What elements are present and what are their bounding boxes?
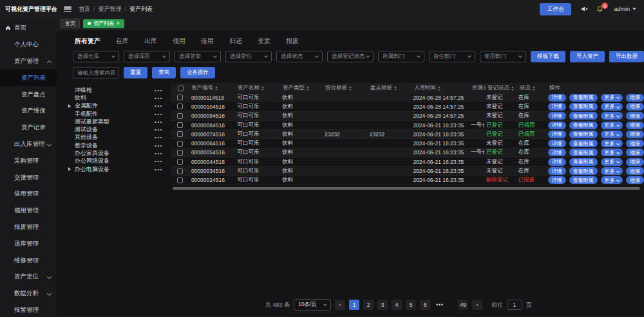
more-button[interactable]: 更多 [601, 103, 623, 111]
maintenance-button[interactable]: 维保 [626, 122, 644, 129]
maintenance-button[interactable]: 维保 [626, 167, 644, 175]
more-menu-icon[interactable]: ••• [155, 143, 163, 149]
mute-speaker-icon[interactable] [580, 5, 589, 13]
view-attachment-button[interactable]: 查看附属 [569, 94, 598, 102]
sort-icon[interactable] [438, 86, 440, 91]
detail-button[interactable]: 详情 [548, 103, 566, 111]
col-status[interactable]: 状态 [518, 84, 547, 92]
maintenance-button[interactable]: 维保 [626, 94, 644, 102]
detail-button[interactable]: 详情 [548, 94, 566, 102]
goto-page-input[interactable] [507, 300, 522, 310]
view-attachment-button[interactable]: 查看附属 [569, 176, 598, 184]
filter-select[interactable]: 选择货位 [225, 51, 272, 62]
more-menu-icon[interactable]: ••• [155, 150, 163, 156]
page-size-select[interactable]: 10条/页 [294, 299, 331, 311]
more-menu-icon[interactable]: ••• [155, 127, 163, 132]
more-menu-icon[interactable]: ••• [155, 167, 163, 172]
asset-tab[interactable]: 借用 [201, 37, 214, 46]
row-checkbox[interactable] [177, 141, 183, 147]
filter-select[interactable]: 选择仓库 [73, 51, 119, 62]
sidebar-item[interactable]: 资产管理 [0, 53, 57, 70]
notification-bell-icon[interactable]: 0 [596, 5, 603, 13]
expand-arrow-icon[interactable] [68, 167, 71, 171]
view-attachment-button[interactable]: 查看附属 [569, 167, 598, 175]
view-attachment-button[interactable]: 查看附属 [569, 140, 598, 147]
col-belong-warehouse[interactable]: 所属仓库 [470, 84, 486, 92]
tree-item[interactable]: 教学设备 ••• [63, 141, 171, 149]
sort-icon[interactable] [349, 86, 352, 91]
tree-item[interactable]: 测试最新类型 ••• [63, 118, 171, 125]
page-button[interactable]: 2 [363, 300, 374, 310]
col-inbound-time[interactable]: 入库时间 [412, 84, 470, 92]
next-page-button[interactable]: › [472, 300, 482, 310]
sidebar-item[interactable]: 出入库管理 [0, 136, 57, 153]
detail-button[interactable]: 详情 [548, 176, 566, 184]
detail-button[interactable]: 详情 [548, 167, 566, 175]
sort-icon[interactable] [511, 86, 514, 91]
sidebar-item[interactable]: 数据分析 [0, 285, 57, 302]
sort-icon[interactable] [307, 86, 309, 91]
more-button[interactable]: 更多 [601, 94, 623, 102]
tree-item[interactable]: 其他设备 ••• [63, 134, 171, 141]
breadcrumb-item[interactable]: 资产管理 [99, 5, 122, 14]
maintenance-button[interactable]: 维保 [626, 103, 644, 111]
detail-button[interactable]: 详情 [548, 131, 566, 138]
more-button[interactable]: 更多 [601, 131, 623, 138]
tree-item[interactable]: 测试设备 ••• [63, 125, 171, 133]
view-attachment-button[interactable]: 查看附属 [569, 158, 598, 166]
asset-tab[interactable]: 在库 [116, 37, 129, 46]
reset-button[interactable]: 重置 [124, 67, 147, 78]
maintenance-button[interactable]: 维保 [626, 131, 644, 138]
maintenance-button[interactable]: 维保 [626, 158, 644, 166]
page-button[interactable]: 3 [377, 300, 388, 310]
sidebar-item[interactable]: 借用管理 [0, 186, 57, 203]
asset-tab[interactable]: 报废 [286, 37, 299, 46]
page-button[interactable]: 49 [458, 300, 468, 310]
asset-tab[interactable]: 归还 [229, 37, 242, 46]
filter-select[interactable]: 选择货架 [175, 51, 221, 62]
asset-tab[interactable]: 领用 [173, 37, 185, 46]
col-position-tag[interactable]: 货位标签 [323, 84, 368, 92]
sidebar-item[interactable]: 报警管理 [0, 302, 57, 317]
breadcrumb-item[interactable]: 首页 [79, 5, 90, 14]
prev-page-button[interactable]: ‹ [335, 300, 345, 310]
page-button[interactable]: ••• [434, 300, 446, 310]
row-checkbox[interactable] [177, 177, 183, 183]
page-button[interactable]: 4 [392, 300, 402, 310]
more-button[interactable]: 更多 [601, 176, 623, 184]
view-attachment-button[interactable]: 查看附属 [569, 112, 598, 120]
sidebar-item[interactable]: 退库管理 [0, 235, 57, 252]
sidebar-item[interactable]: 资产记录 [0, 120, 57, 136]
sort-icon[interactable] [215, 86, 218, 91]
row-checkbox[interactable] [177, 95, 183, 100]
detail-button[interactable]: 详情 [548, 158, 566, 166]
tree-item[interactable]: 办公家具设备 ••• [63, 149, 171, 157]
sidebar-item[interactable]: 资产定位 [0, 269, 57, 285]
filter-select[interactable]: 选择登记状态 [327, 51, 374, 62]
detail-button[interactable]: 详情 [548, 140, 566, 147]
sidebar-item[interactable]: 维修管理 [0, 252, 57, 269]
more-button[interactable]: 更多 [601, 122, 623, 129]
more-menu-icon[interactable]: ••• [155, 158, 163, 164]
filter-select[interactable]: 使用部门 [480, 51, 526, 62]
row-checkbox[interactable] [177, 113, 183, 119]
filter-select[interactable]: 选择库区 [124, 51, 170, 62]
sidebar-item[interactable]: 采购管理 [0, 152, 57, 169]
tab-home[interactable]: 首页 [61, 19, 80, 28]
col-asset-name[interactable]: 资产名称 [236, 84, 281, 92]
view-attachment-button[interactable]: 查看附属 [569, 131, 598, 138]
sidebar-item[interactable]: 交接管理 [0, 169, 57, 186]
asset-tab[interactable]: 出库 [144, 37, 157, 46]
col-asset-type[interactable]: 资产类型 [281, 84, 323, 92]
sort-icon[interactable] [394, 86, 397, 91]
collapse-menu-icon[interactable] [63, 5, 72, 13]
view-attachment-button[interactable]: 查看附属 [569, 103, 598, 111]
col-register-status[interactable]: 登记状态 [486, 84, 518, 92]
sidebar-item[interactable]: 资产盘点 [0, 86, 57, 103]
data-action-button[interactable]: 模板下载 [531, 51, 565, 62]
maintenance-button[interactable]: 维保 [626, 176, 644, 184]
data-action-button[interactable]: 导入资产 [570, 51, 605, 62]
row-checkbox[interactable] [177, 159, 183, 165]
sidebar-item[interactable]: 个人中心 [0, 37, 57, 53]
sidebar-item[interactable]: 领用管理 [0, 203, 57, 219]
